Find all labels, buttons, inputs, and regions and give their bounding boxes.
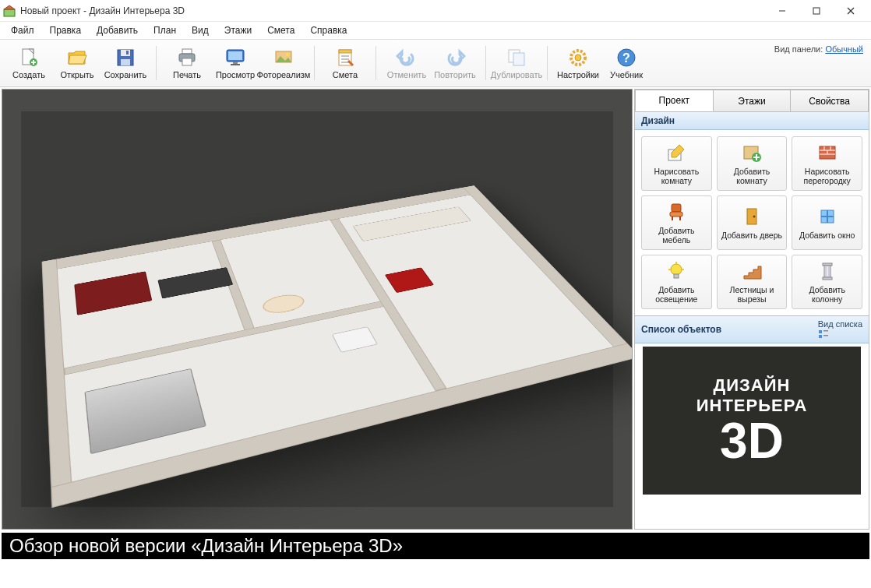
list-mode[interactable]: Вид списка <box>818 319 862 340</box>
design-label: Нарисовать комнату <box>644 167 710 185</box>
menu-floors[interactable]: Этажи <box>217 23 259 38</box>
toolbar: Создать Открыть Сохранить Печать Просмот… <box>0 39 871 87</box>
viewport-3d[interactable] <box>2 89 633 530</box>
svg-point-24 <box>286 53 289 56</box>
estimate-button[interactable]: Смета <box>321 41 369 85</box>
open-button[interactable]: Открыть <box>53 41 101 85</box>
svg-rect-66 <box>819 330 822 333</box>
add-lighting-button[interactable]: Добавить освещение <box>641 255 712 309</box>
titlebar: Новый проект - Дизайн Интерьера 3D <box>0 0 871 22</box>
svg-marker-1 <box>4 5 15 9</box>
stairs-cutouts-button[interactable]: Лестницы и вырезы <box>717 255 788 309</box>
add-room-icon <box>741 142 763 164</box>
add-furniture-button[interactable]: Добавить мебель <box>641 195 712 250</box>
toolbar-label: Дублировать <box>491 70 542 79</box>
column-icon <box>816 260 838 282</box>
window-buttons <box>765 0 868 22</box>
toolbar-label: Настройки <box>557 70 599 79</box>
toolbar-label: Фотореализм <box>257 70 311 79</box>
svg-rect-20 <box>228 51 242 60</box>
add-window-button[interactable]: Добавить окно <box>792 195 862 250</box>
toolbar-label: Повторить <box>434 70 476 79</box>
svg-point-52 <box>753 216 755 218</box>
tutorial-button[interactable]: ? Учебник <box>602 41 651 85</box>
tab-properties[interactable]: Свойства <box>791 90 869 111</box>
draw-partition-button[interactable]: Нарисовать перегородку <box>792 136 862 191</box>
menu-file[interactable]: Файл <box>3 23 42 38</box>
create-button[interactable]: Создать <box>5 41 53 85</box>
svg-rect-31 <box>513 53 524 65</box>
design-label: Лестницы и вырезы <box>719 285 785 304</box>
svg-rect-15 <box>182 49 192 54</box>
gear-icon <box>567 47 589 69</box>
tab-floors[interactable]: Этажи <box>714 90 792 111</box>
tab-project[interactable]: Проект <box>635 90 714 111</box>
design-section-header: Дизайн <box>635 111 869 130</box>
window-title: Новый проект - Дизайн Интерьера 3D <box>20 5 765 16</box>
svg-rect-0 <box>4 9 15 16</box>
add-column-button[interactable]: Добавить колонну <box>792 255 862 309</box>
toolbar-label: Просмотр <box>216 70 255 79</box>
folder-open-icon <box>66 47 88 69</box>
preview-button[interactable]: Просмотр <box>211 41 259 85</box>
svg-rect-68 <box>819 335 822 338</box>
svg-rect-69 <box>823 335 828 336</box>
svg-rect-22 <box>231 64 240 65</box>
add-room-button[interactable]: Добавить комнату <box>717 136 788 191</box>
minimize-button[interactable] <box>765 0 799 22</box>
panel-mode: Вид панели: Обычный <box>774 44 863 54</box>
design-label: Нарисовать перегородку <box>794 167 860 185</box>
svg-rect-57 <box>674 274 679 278</box>
menu-edit[interactable]: Правка <box>42 23 90 38</box>
settings-button[interactable]: Настройки <box>554 41 602 85</box>
design-label: Добавить комнату <box>719 167 785 185</box>
redo-button[interactable]: Повторить <box>431 41 479 85</box>
stairs-icon <box>741 260 763 282</box>
design-buttons-grid: Нарисовать комнату Добавить комнату Нари… <box>635 130 869 315</box>
design-label: Добавить окно <box>799 231 855 240</box>
new-file-icon <box>18 47 40 69</box>
design-label: Добавить колонну <box>794 285 860 304</box>
caption-bar: Обзор новой версии «Дизайн Интерьера 3D» <box>0 531 871 561</box>
svg-rect-14 <box>126 51 129 55</box>
draw-room-button[interactable]: Нарисовать комнату <box>641 136 712 191</box>
brick-wall-icon <box>816 142 838 164</box>
maximize-button[interactable] <box>799 0 834 22</box>
svg-rect-21 <box>233 62 238 64</box>
promo-line1: ДИЗАЙН <box>714 375 791 396</box>
duplicate-button[interactable]: Дублировать <box>492 41 541 85</box>
toolbar-separator <box>376 46 376 80</box>
side-panel: Проект Этажи Свойства Дизайн Нарисовать … <box>634 89 869 530</box>
promo-line3: 3D <box>720 416 784 466</box>
add-door-button[interactable]: Добавить дверь <box>717 195 788 250</box>
bulb-icon <box>665 260 687 282</box>
menu-view[interactable]: Вид <box>184 23 217 38</box>
menu-estimate[interactable]: Смета <box>259 23 302 38</box>
menu-help[interactable]: Справка <box>302 23 354 38</box>
menu-add[interactable]: Добавить <box>89 23 146 38</box>
redo-icon <box>444 47 466 69</box>
save-button[interactable]: Сохранить <box>101 41 150 85</box>
svg-text:?: ? <box>622 51 630 65</box>
list-mode-label: Вид списка <box>818 319 862 329</box>
svg-rect-67 <box>823 330 828 332</box>
svg-rect-13 <box>121 59 130 65</box>
svg-rect-26 <box>339 50 351 53</box>
photorealism-button[interactable]: Фотореализм <box>259 41 308 85</box>
caption-text: Обзор новой версии «Дизайн Интерьера 3D» <box>9 535 403 557</box>
window-icon <box>816 206 838 227</box>
door-icon <box>741 206 763 227</box>
panel-mode-link[interactable]: Обычный <box>825 44 863 54</box>
chair-icon <box>665 201 687 223</box>
print-button[interactable]: Печать <box>163 41 211 85</box>
design-label: Добавить дверь <box>721 231 782 240</box>
close-button[interactable] <box>834 0 868 22</box>
toolbar-separator <box>156 46 157 80</box>
undo-button[interactable]: Отменить <box>383 41 431 85</box>
duplicate-icon <box>506 47 527 69</box>
toolbar-separator <box>547 46 548 80</box>
design-label: Добавить мебель <box>644 226 710 245</box>
toolbar-label: Отменить <box>387 70 426 79</box>
toolbar-separator <box>314 46 315 80</box>
menu-plan[interactable]: План <box>146 23 184 38</box>
